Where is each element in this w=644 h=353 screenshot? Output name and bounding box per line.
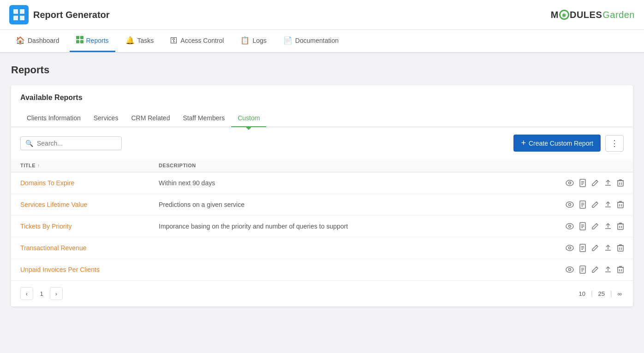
access-icon: ⚿ <box>170 36 178 45</box>
col-description: DESCRIPTION <box>159 163 550 168</box>
row-actions-2 <box>550 222 624 230</box>
more-options-button[interactable]: ⋮ <box>605 135 624 152</box>
upload-icon-1[interactable] <box>604 201 612 208</box>
app-icon <box>9 5 29 24</box>
tab-staff-members[interactable]: Staff Members <box>176 110 231 127</box>
upload-icon-4[interactable] <box>604 266 612 273</box>
row-actions-0 <box>550 179 624 187</box>
svg-point-9 <box>569 182 571 184</box>
table-row: Tickets By Priority Imporance basing on … <box>11 216 633 237</box>
nav-item-access-control[interactable]: ⚿ Access Control <box>164 30 230 52</box>
row-title-0[interactable]: Domains To Expire <box>20 179 159 187</box>
export-icon-1[interactable] <box>579 200 586 209</box>
svg-rect-24 <box>618 202 623 208</box>
svg-point-39 <box>569 247 571 249</box>
home-icon: 🏠 <box>16 36 25 45</box>
svg-point-8 <box>566 180 573 186</box>
plus-icon: + <box>521 138 526 148</box>
svg-rect-2 <box>13 16 18 20</box>
svg-point-48 <box>566 267 573 272</box>
svg-rect-0 <box>13 9 18 14</box>
prev-page-button[interactable]: ‹ <box>20 287 33 300</box>
card-title: Available Reports <box>20 94 624 102</box>
tab-services[interactable]: Services <box>87 110 125 127</box>
edit-icon-3[interactable] <box>591 244 599 252</box>
upload-icon-0[interactable] <box>604 179 612 187</box>
reports-icon <box>76 36 83 45</box>
view-icon-3[interactable] <box>566 245 574 251</box>
row-title-1[interactable]: Services Lifetime Value <box>20 201 159 208</box>
next-page-button[interactable]: › <box>50 287 63 300</box>
view-icon-1[interactable] <box>566 201 574 208</box>
tab-crm-related[interactable]: CRM Related <box>125 110 176 127</box>
table-row: Unpaid Invoices Per Clients <box>11 259 633 281</box>
edit-icon-2[interactable] <box>591 223 599 230</box>
col-title[interactable]: TITLE ↑ <box>20 163 159 168</box>
view-icon-0[interactable] <box>566 180 574 186</box>
nav-item-dashboard[interactable]: 🏠 Dashboard <box>9 30 66 52</box>
search-box[interactable]: 🔍 <box>20 136 122 150</box>
page-content: Reports Available Reports Clients Inform… <box>0 53 644 318</box>
svg-rect-5 <box>80 36 83 39</box>
edit-icon-1[interactable] <box>591 201 599 208</box>
row-desc-1: Predictions on a given service <box>159 201 550 208</box>
delete-icon-2[interactable] <box>617 223 624 230</box>
row-title-2[interactable]: Tickets By Priority <box>20 223 159 230</box>
upload-icon-2[interactable] <box>604 223 612 230</box>
search-input[interactable] <box>37 140 117 147</box>
tab-clients-information[interactable]: Clients Information <box>20 110 87 127</box>
brand-logo: M ◉ DULES Garden <box>551 10 635 20</box>
app-title: Report Generator <box>33 10 110 20</box>
view-icon-2[interactable] <box>566 223 574 229</box>
nav-item-tasks[interactable]: 🔔 Tasks <box>119 30 161 52</box>
delete-icon-3[interactable] <box>617 244 624 252</box>
svg-rect-54 <box>618 267 623 273</box>
svg-rect-3 <box>20 16 24 20</box>
report-tabs: Clients Information Services CRM Related… <box>11 109 633 127</box>
nav-label-docs: Documentation <box>295 37 339 44</box>
svg-rect-6 <box>76 40 79 43</box>
nav-label-tasks: Tasks <box>137 37 154 44</box>
logo-area: Report Generator <box>9 5 110 24</box>
docs-icon: 📄 <box>283 36 292 45</box>
export-icon-2[interactable] <box>579 222 586 230</box>
tab-custom[interactable]: Custom <box>231 110 266 127</box>
header: Report Generator M ◉ DULES Garden <box>0 0 644 30</box>
view-icon-4[interactable] <box>566 266 574 273</box>
svg-rect-14 <box>618 181 623 186</box>
sort-asc-icon: ↑ <box>37 163 40 168</box>
page-size-all[interactable]: ∞ <box>616 289 624 298</box>
nav-item-reports[interactable]: Reports <box>70 30 115 52</box>
pagination: ‹ 1 › 10 | 25 | ∞ <box>11 281 633 306</box>
edit-icon-0[interactable] <box>591 179 599 187</box>
current-page: 1 <box>35 287 48 300</box>
page-title: Reports <box>11 64 633 76</box>
nav-item-documentation[interactable]: 📄 Documentation <box>277 30 345 52</box>
delete-icon-1[interactable] <box>617 201 624 208</box>
export-icon-0[interactable] <box>579 179 586 187</box>
svg-point-49 <box>569 269 571 271</box>
svg-rect-44 <box>618 246 623 251</box>
row-title-4[interactable]: Unpaid Invoices Per Clients <box>20 266 159 273</box>
search-icon: 🔍 <box>25 140 33 147</box>
svg-point-29 <box>569 225 571 228</box>
page-size-10[interactable]: 10 <box>577 289 587 298</box>
row-title-3[interactable]: Transactional Revenue <box>20 244 159 252</box>
svg-rect-1 <box>20 9 24 14</box>
export-icon-4[interactable] <box>579 265 586 274</box>
edit-icon-4[interactable] <box>591 266 599 273</box>
nav-label-logs: Logs <box>252 37 266 44</box>
create-custom-report-button[interactable]: + Create Custom Report <box>513 135 601 152</box>
page-size-25[interactable]: 25 <box>596 289 607 298</box>
svg-rect-7 <box>80 40 83 43</box>
upload-icon-3[interactable] <box>604 244 612 252</box>
table-header: TITLE ↑ DESCRIPTION <box>11 159 633 172</box>
delete-icon-4[interactable] <box>617 266 624 273</box>
export-icon-3[interactable] <box>579 244 586 252</box>
delete-icon-0[interactable] <box>617 179 624 187</box>
svg-point-38 <box>566 245 573 251</box>
nav-label-access: Access Control <box>180 37 224 44</box>
nav-item-logs[interactable]: 📋 Logs <box>234 30 273 52</box>
table-row: Transactional Revenue <box>11 237 633 259</box>
logs-icon: 📋 <box>240 36 250 45</box>
